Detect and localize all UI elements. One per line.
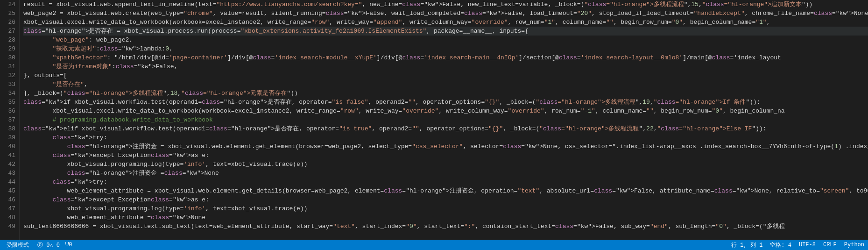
line-number: 30 [4,53,15,62]
code-line: web_element_attribute = class="kw">None [23,213,868,222]
line-number: 28 [4,36,15,44]
line-number: 44 [4,178,15,186]
line-number: 34 [4,89,15,98]
code-line: ], _block=("class="hl-orange">多线程流程", 18… [23,89,868,98]
line-number: 42 [4,160,15,169]
line-number: 33 [4,80,15,89]
line-number: 40 [4,142,15,151]
line-number: 48 [4,213,15,222]
line-number: 38 [4,124,15,133]
line-number: 41 [4,151,15,160]
code-line: class="hl-orange">注册资金 = xbot_visual.web… [23,142,868,151]
line-number: 26 [4,18,15,27]
line-numbers: 2425262728293031323334353637383940414243… [0,0,20,240]
code-line: web_page2 = xbot_visual.web.create(web_t… [23,9,868,18]
line-number: 24 [4,0,15,9]
editor-container: 2425262728293031323334353637383940414243… [0,0,868,250]
line-number: 43 [4,169,15,178]
code-line: class="kw">except Exception class="kw">a… [23,195,868,204]
code-line: "是否存在", [23,80,868,89]
line-ending: CRLF [823,242,837,248]
language: Python [844,242,864,248]
indent-spaces: 空格: 4 [770,241,791,249]
code-line: "web_page": web_page2, [23,36,868,44]
code-line: "是否为iframe对象": class="kw">False, [23,62,868,71]
encoding: UTF-8 [799,242,816,248]
code-line: xbot_visual.excel.write_data_to_workbook… [23,107,868,115]
line-number: 39 [4,133,15,142]
status-right: 行 1, 列 1 空格: 4 UTF-8 CRLF Python [731,241,864,249]
line-number: 29 [4,44,15,53]
warning-count: Ψ0 [65,242,72,248]
line-number: 35 [4,98,15,107]
code-line: web_element_attribute = xbot_visual.web.… [23,186,868,195]
line-number: 25 [4,9,15,18]
code-line: xbot_visual.excel.write_data_to_workbook… [23,18,868,27]
code-line: xbot_visual.programing.log(type='info', … [23,160,868,169]
line-number: 31 [4,62,15,71]
line-number: 49 [4,222,15,231]
status-left: 受限模式 ⓪ 0△ 0 Ψ0 [4,241,72,249]
line-number: 46 [4,195,15,204]
line-number: 36 [4,107,15,115]
code-line: "获取元素超时": class="kw">lambda: 0, [23,44,868,53]
code-line: class="kw">if xbot_visual.workflow.test(… [23,98,868,107]
code-line: class="kw">elif xbot_visual.workflow.tes… [23,124,868,133]
code-line: "xpathSelector": "/html/div[@id='page-co… [23,53,868,62]
status-bar: 受限模式 ⓪ 0△ 0 Ψ0 行 1, 列 1 空格: 4 UTF-8 CRLF… [0,240,868,250]
code-area: 2425262728293031323334353637383940414243… [0,0,868,240]
code-line: class="kw">except Exception class="kw">a… [23,151,868,160]
line-number: 47 [4,204,15,213]
line-number: 45 [4,186,15,195]
code-line: class="kw">try: [23,178,868,186]
line-number: 32 [4,71,15,80]
error-count: ⓪ 0△ 0 [37,241,60,249]
code-line: xbot_visual.programing.log(type='info', … [23,204,868,213]
code-line: }, outputs=[ [23,71,868,80]
line-number: 37 [4,115,15,124]
code-line: result = xbot_visual.web.append_text_in_… [23,0,868,9]
code-line: class="hl-orange">是否存在 = xbot_visual.pro… [23,27,868,36]
line-number: 27 [4,27,15,36]
cursor-position: 行 1, 列 1 [731,241,762,249]
code-line: class="hl-orange">注册资金 = class="kw">None [23,169,868,178]
code-line: # programing.databook.write_data_to_work… [23,115,868,124]
code-line: class="kw">try: [23,133,868,142]
code-line: sub_text6666666666 = xbot_visual.text.su… [23,222,868,231]
code-content[interactable]: result = xbot_visual.web.append_text_in_… [20,0,868,240]
mode-badge: 受限模式 [4,241,32,249]
